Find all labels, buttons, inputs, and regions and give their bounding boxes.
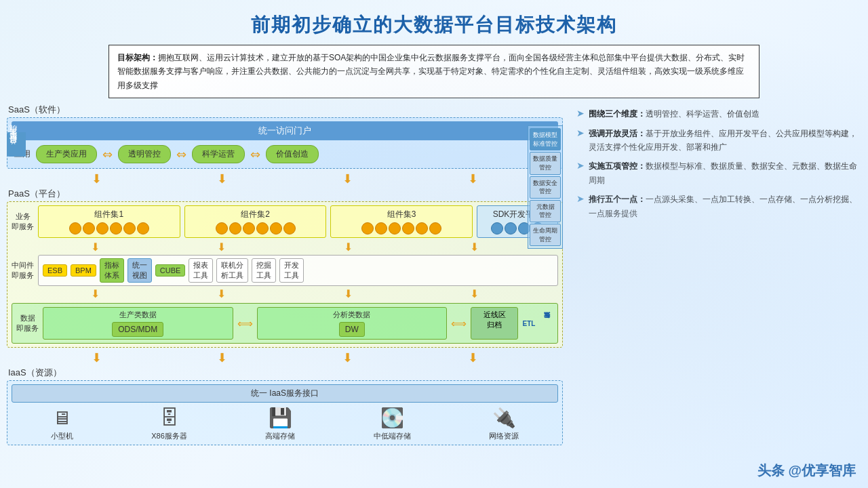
bullet-2: ➤ xyxy=(576,160,585,171)
arrow-icon-1: ⇔ xyxy=(176,147,186,162)
prod-data-group: 生产类数据 ODS/MDM xyxy=(43,307,233,340)
middleware-group: ESB BPM 指标体系 统一视图 CUBE 报表工具 联机分析工具 挖掘工具 … xyxy=(38,255,558,286)
iaas-server-mini: 🖥 小型机 xyxy=(51,407,73,441)
app-tag-1: 透明管控 xyxy=(118,145,171,163)
iaas-server-x86: 🗄 X86服务器 xyxy=(151,407,187,441)
saas-box: 统一访问门户 应用 生产类应用 ⇔ 透明管控 ⇔ 科学运营 ⇔ 价值创造 xyxy=(7,117,563,169)
etl-label: ETL xyxy=(522,307,536,340)
middleware-data-arrows: ⬇ ⬇ ⬇ ⬇ xyxy=(12,287,558,300)
right-text-3: 推行五个一点：一点源头采集、一点加工转换、一点存储、一点分析挖掘、一点服务提供 xyxy=(589,192,858,220)
watermark: 头条 @优享智库 xyxy=(757,462,856,480)
desc-prefix: 目标架构： xyxy=(117,53,158,62)
report-tag: 报表工具 xyxy=(189,258,213,283)
desc-box: 目标架构：拥抱互联网、运用云计算技术，建立开放的基于SOA架构的中国企业集中化云… xyxy=(108,45,760,98)
right-item-0: ➤ 围绕三个维度：透明管控、科学运营、价值创造 xyxy=(576,107,858,121)
saas-layer-label: SaaS（软件） xyxy=(7,104,563,116)
iaas-storage-mid: 💽 中低端存储 xyxy=(374,407,411,441)
mgmt-item-1: 数据质量管控 xyxy=(530,152,561,174)
esb-tag: ESB xyxy=(43,264,67,277)
component-group-1: 组件集1 xyxy=(38,205,180,238)
right-item-1: ➤ 强调开放灵活：基于开放业务组件、应用开发平台、公共应用模型等构建，灵活支撑个… xyxy=(576,127,858,155)
components-middleware-arrows: ⬇ ⬇ ⬇ ⬇ xyxy=(12,241,558,253)
kpi-tag: 指标体系 xyxy=(100,258,124,283)
iaas-portal: 统一 IaaS服务接口 xyxy=(12,384,558,403)
main-title: 前期初步确立的大数据平台目标技术架构 xyxy=(0,0,868,45)
dev-tag: 开发工具 xyxy=(279,258,304,283)
saas-paas-arrows: ⬇ ⬇ ⬇ ⬇ xyxy=(7,171,563,186)
mgmt-item-0: 数据模型标准管控 xyxy=(530,128,561,150)
app-tag-3: 价值创造 xyxy=(266,145,319,163)
mining-tag: 挖掘工具 xyxy=(252,258,276,283)
iaas-storage-high: 💾 高端存储 xyxy=(265,407,295,441)
right-item-3: ➤ 推行五个一点：一点源头采集、一点加工转换、一点存储、一点分析挖掘、一点服务提… xyxy=(576,192,858,220)
business-service-label: 业务即服务 xyxy=(12,205,34,238)
arrow-icon-2: ⇔ xyxy=(250,147,260,162)
nearline-box: 近线区归档 xyxy=(471,307,518,340)
bpm-tag: BPM xyxy=(71,264,96,277)
saas-portal: 统一访问门户 xyxy=(12,121,558,140)
app-tag-0: 生产类应用 xyxy=(36,145,97,163)
arrow-icon-0: ⇔ xyxy=(102,147,113,162)
unified-view-tag: 统一视图 xyxy=(127,258,152,283)
right-text-0: 围绕三个维度：透明管控、科学运营、价值创造 xyxy=(589,107,760,121)
component-group-2: 组件集2 xyxy=(184,205,327,238)
olap-tag: 联机分析工具 xyxy=(216,258,248,283)
data-layer: 数据即服务 生产类数据 ODS/MDM ⟺ 分析类数据 DW ⟺ 近线区归档 E… xyxy=(12,303,558,344)
data-bidirectional-arrow: ⟺ xyxy=(237,307,253,340)
paas-layer-label: PaaS（平台） xyxy=(7,188,563,200)
right-panel: ➤ 围绕三个维度：透明管控、科学运营、价值创造 ➤ 强调开放灵活：基于开放业务组… xyxy=(570,104,861,436)
mgmt-item-3: 元数据管控 xyxy=(530,200,561,222)
left-vertical-label: 总部目标集中生产系统 xyxy=(7,132,26,157)
right-text-2: 实施五项管控：数据模型与标准、数据质量、数据安全、元数据、数据生命周期 xyxy=(589,159,858,187)
anal-data-group: 分析类数据 DW xyxy=(257,307,448,340)
iaas-layer-label: IaaS（资源） xyxy=(7,367,563,379)
data-arrow-2: ⟺ xyxy=(451,307,467,340)
data-service-label: 数据即服务 xyxy=(16,307,39,340)
iaas-box: 统一 IaaS服务接口 🖥 小型机 🗄 X86服务器 💾 高端存储 💽 中低端存… xyxy=(7,380,563,445)
middleware-service-label: 中间件即服务 xyxy=(12,255,34,286)
dw-tag: DW xyxy=(339,322,365,337)
right-item-2: ➤ 实施五项管控：数据模型与标准、数据质量、数据安全、元数据、数据生命周期 xyxy=(576,159,858,187)
cube-tag: CUBE xyxy=(155,264,186,277)
right-text-1: 强调开放灵活：基于开放业务组件、应用开发平台、公共应用模型等构建，灵活支撑个性化… xyxy=(589,127,858,155)
app-tag-2: 科学运营 xyxy=(192,145,245,163)
bullet-1: ➤ xyxy=(576,127,585,138)
mgmt-item-2: 数据安全管控 xyxy=(530,176,561,199)
iaas-network: 🔌 网络资源 xyxy=(489,407,519,441)
bullet-0: ➤ xyxy=(576,108,585,119)
mgmt-panel: 数据模型标准管控 数据质量管控 数据安全管控 元数据管控 生命周期管控 xyxy=(528,125,563,249)
component-group-3: 组件集3 xyxy=(330,205,473,238)
bullet-3: ➤ xyxy=(576,193,585,204)
mgmt-item-4: 生命周期管控 xyxy=(530,224,561,246)
desc-text: 拥抱互联网、运用云计算技术，建立开放的基于SOA架构的中国企业集中化云数据服务支… xyxy=(117,53,745,90)
ods-mdm-tag: ODS/MDM xyxy=(112,322,163,337)
paas-box: 业务即服务 组件集1 组件集2 组件集3 xyxy=(7,201,563,348)
paas-iaas-arrows: ⬇ ⬇ ⬇ ⬇ xyxy=(7,350,563,365)
